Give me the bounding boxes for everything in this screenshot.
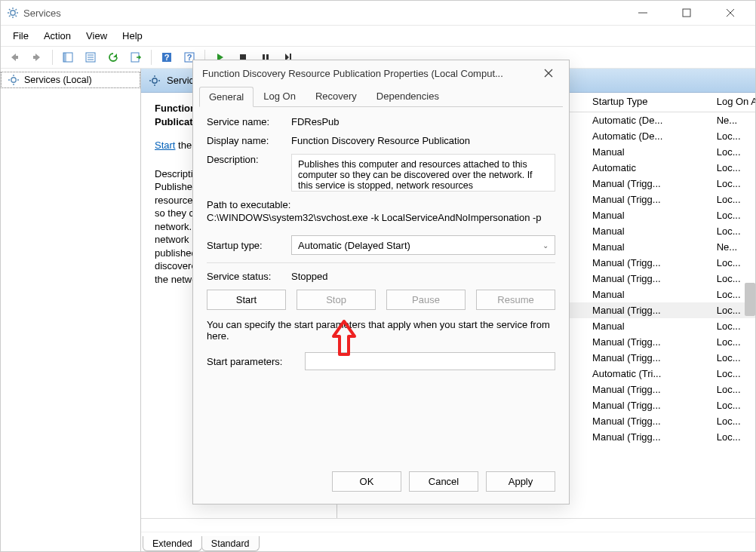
dialog-close-button[interactable]	[533, 63, 564, 84]
start-params-hint: You can specify the start parameters tha…	[207, 319, 555, 342]
svg-point-33	[152, 78, 157, 82]
menu-view[interactable]: View	[78, 27, 115, 44]
properties-button[interactable]	[81, 48, 100, 66]
tab-standard[interactable]: Standard	[201, 536, 260, 551]
export-button[interactable]	[127, 48, 145, 66]
tab-recovery[interactable]: Recovery	[306, 86, 367, 106]
label-start-parameters: Start parameters:	[207, 356, 305, 367]
svg-point-28	[11, 78, 16, 82]
value-description[interactable]: Publishes this computer and resources at…	[291, 154, 555, 192]
ok-button[interactable]: OK	[332, 471, 401, 492]
label-service-name: Service name:	[207, 116, 291, 127]
tab-extended[interactable]: Extended	[143, 536, 202, 551]
window-titlebar: Services	[1, 1, 755, 25]
help-button[interactable]: ?	[158, 48, 176, 66]
properties-dialog: Function Discovery Resource Publication …	[192, 60, 570, 504]
console-tree: Services (Local)	[1, 69, 141, 551]
show-hide-tree-button[interactable]	[59, 48, 77, 66]
dialog-body: Service name: FDResPub Display name: Fun…	[193, 107, 569, 464]
minimize-button[interactable]	[621, 2, 665, 24]
dialog-title: Function Discovery Resource Publication …	[202, 68, 533, 79]
close-button[interactable]	[708, 2, 752, 24]
tab-dependencies[interactable]: Dependencies	[367, 86, 449, 106]
dialog-footer: OK Cancel Apply	[193, 464, 569, 504]
svg-line-7	[9, 16, 11, 17]
label-service-status: Service status:	[207, 271, 291, 282]
view-tabs: Extended Standard	[141, 532, 755, 551]
label-description: Description:	[207, 154, 291, 165]
value-display-name: Function Discovery Resource Publication	[291, 135, 555, 146]
apply-button[interactable]: Apply	[486, 471, 555, 492]
dialog-titlebar[interactable]: Function Discovery Resource Publication …	[193, 60, 569, 86]
value-path: C:\WINDOWS\system32\svchost.exe -k Local…	[207, 212, 555, 223]
window-title: Services	[23, 8, 621, 19]
services-icon	[7, 7, 19, 19]
label-startup-type: Startup type:	[207, 240, 291, 251]
stop-button[interactable]: Stop	[297, 290, 376, 310]
svg-line-8	[16, 9, 17, 11]
label-path: Path to executable:	[207, 199, 555, 210]
tree-node-label: Services (Local)	[24, 75, 92, 85]
label-display-name: Display name:	[207, 135, 291, 146]
svg-rect-14	[63, 53, 66, 62]
vertical-scrollbar[interactable]	[745, 283, 755, 316]
start-button[interactable]: Start	[207, 290, 286, 310]
svg-line-6	[16, 16, 17, 17]
maximize-button[interactable]	[665, 2, 708, 24]
tree-node-services-local[interactable]: Services (Local)	[1, 72, 140, 88]
startup-type-value: Automatic (Delayed Start)	[298, 240, 410, 251]
svg-text:?: ?	[187, 53, 192, 62]
menu-action[interactable]: Action	[36, 27, 78, 44]
col-startup-type: Startup Type	[586, 93, 711, 112]
services-icon	[8, 74, 20, 86]
menu-bar: File Action View Help	[1, 25, 755, 46]
svg-rect-10	[683, 9, 690, 17]
startup-type-dropdown[interactable]: Automatic (Delayed Start) ⌄	[291, 235, 555, 255]
svg-line-5	[9, 9, 11, 11]
svg-text:?: ?	[164, 53, 170, 62]
cancel-button[interactable]: Cancel	[409, 471, 478, 492]
refresh-button[interactable]	[104, 48, 122, 66]
chevron-down-icon: ⌄	[542, 241, 549, 250]
forward-button[interactable]	[28, 48, 46, 66]
start-parameters-input[interactable]	[305, 352, 555, 370]
back-button[interactable]	[5, 48, 23, 66]
tab-logon[interactable]: Log On	[254, 86, 306, 106]
col-logon: Log On As	[711, 93, 755, 112]
svg-point-0	[11, 11, 15, 15]
menu-help[interactable]: Help	[115, 27, 150, 44]
value-service-status: Stopped	[291, 271, 555, 282]
detail-start-link[interactable]: Start	[155, 140, 175, 151]
pause-button[interactable]: Pause	[386, 290, 466, 310]
horizontal-scrollbar[interactable]	[141, 518, 755, 532]
tab-general[interactable]: General	[199, 87, 254, 107]
value-service-name: FDResPub	[291, 116, 555, 127]
menu-file[interactable]: File	[5, 27, 36, 44]
dialog-tabs: General Log On Recovery Dependencies	[199, 86, 563, 107]
services-icon	[149, 75, 161, 87]
resume-button[interactable]: Resume	[476, 290, 555, 310]
